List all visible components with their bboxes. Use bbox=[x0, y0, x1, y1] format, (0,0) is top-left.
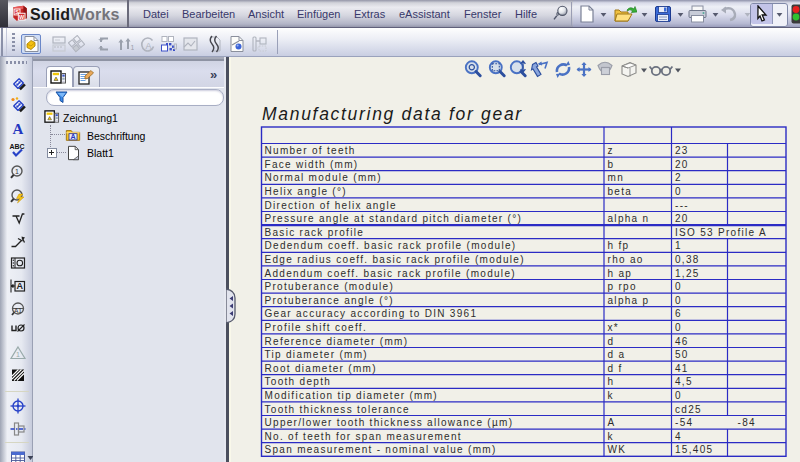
svg-text:Protuberance (module): Protuberance (module) bbox=[265, 281, 395, 292]
svg-text:2: 2 bbox=[675, 172, 682, 183]
svg-text:Manufacturing data for gear: Manufacturing data for gear bbox=[262, 104, 523, 124]
svg-text:20: 20 bbox=[675, 159, 689, 170]
svg-text:Protuberance angle (°): Protuberance angle (°) bbox=[265, 295, 394, 306]
svg-text:rho ao: rho ao bbox=[608, 254, 644, 265]
svg-text:1: 1 bbox=[16, 351, 20, 358]
svg-text:Tip diameter (mm): Tip diameter (mm) bbox=[265, 349, 368, 360]
svg-text:b: b bbox=[608, 159, 615, 170]
svg-text:20: 20 bbox=[675, 213, 689, 224]
svg-text:Span measurement - nominal val: Span measurement - nominal value (mm) bbox=[265, 444, 497, 455]
svg-text:23: 23 bbox=[675, 145, 689, 156]
svg-text:W: W bbox=[19, 14, 25, 20]
svg-text:Number of teeth: Number of teeth bbox=[265, 145, 356, 156]
svg-text:d: d bbox=[608, 336, 615, 347]
svg-text:cd25: cd25 bbox=[675, 404, 702, 415]
svg-text:A: A bbox=[145, 41, 151, 51]
svg-text:alpha n: alpha n bbox=[608, 213, 650, 224]
svg-text:Tooth thickness tolerance: Tooth thickness tolerance bbox=[265, 404, 410, 415]
svg-text:Basic rack profile: Basic rack profile bbox=[265, 227, 365, 238]
svg-text:beta: beta bbox=[608, 186, 633, 197]
svg-text:41: 41 bbox=[675, 363, 689, 374]
svg-text:ISO 53 Profile A: ISO 53 Profile A bbox=[675, 227, 767, 238]
svg-text:Helix angle (°): Helix angle (°) bbox=[265, 186, 347, 197]
svg-text:A: A bbox=[608, 417, 616, 428]
svg-text:4: 4 bbox=[675, 431, 682, 442]
svg-text:Tooth depth: Tooth depth bbox=[265, 376, 332, 387]
svg-text:Edge radius coeff. basic rack: Edge radius coeff. basic rack profile (m… bbox=[265, 254, 525, 265]
svg-text:h ap: h ap bbox=[608, 268, 633, 279]
svg-text:mn: mn bbox=[608, 172, 625, 183]
svg-text:Addendum coeff. basic rack pro: Addendum coeff. basic rack profile (modu… bbox=[265, 268, 516, 279]
svg-text:A: A bbox=[17, 281, 24, 291]
svg-text:Profile shift coeff.: Profile shift coeff. bbox=[265, 322, 368, 333]
svg-text:-54: -54 bbox=[675, 417, 693, 428]
svg-text:0: 0 bbox=[675, 295, 682, 306]
svg-text:1,25: 1,25 bbox=[675, 268, 700, 279]
svg-text:0: 0 bbox=[675, 186, 682, 197]
svg-text:---: --- bbox=[675, 200, 689, 211]
svg-text:1: 1 bbox=[675, 240, 682, 251]
svg-text:Face width (mm): Face width (mm) bbox=[265, 159, 359, 170]
svg-text:p rpo: p rpo bbox=[608, 281, 637, 292]
svg-text:alpha p: alpha p bbox=[608, 295, 650, 306]
svg-text:d f: d f bbox=[608, 363, 623, 374]
svg-text:6: 6 bbox=[675, 308, 682, 319]
svg-text:0: 0 bbox=[675, 322, 682, 333]
svg-text:0: 0 bbox=[675, 390, 682, 401]
svg-text:k: k bbox=[608, 390, 614, 401]
svg-text:A1: A1 bbox=[14, 307, 22, 314]
svg-text:k: k bbox=[608, 431, 614, 442]
svg-text:Pressure angle at standard pit: Pressure angle at standard pitch diamete… bbox=[265, 213, 523, 224]
svg-text:WK: WK bbox=[608, 444, 627, 455]
svg-text:Modification tip diameter (mm): Modification tip diameter (mm) bbox=[265, 390, 438, 401]
svg-text:50: 50 bbox=[675, 349, 689, 360]
svg-text:Upper/lower tooth thickness al: Upper/lower tooth thickness allowance (µ… bbox=[265, 417, 514, 428]
svg-text:x*: x* bbox=[608, 322, 620, 333]
svg-text:A: A bbox=[70, 133, 75, 141]
svg-text:z: z bbox=[608, 145, 614, 156]
svg-text:Direction of helix angle: Direction of helix angle bbox=[265, 200, 397, 211]
svg-text:ABC: ABC bbox=[9, 143, 24, 150]
svg-text:Reference diameter (mm): Reference diameter (mm) bbox=[265, 336, 409, 347]
svg-text:d a: d a bbox=[608, 349, 626, 360]
svg-text:A: A bbox=[13, 121, 24, 137]
svg-text:0,38: 0,38 bbox=[675, 254, 700, 265]
svg-text:Gear accuracy according to DIN: Gear accuracy according to DIN 3961 bbox=[265, 308, 478, 319]
svg-text:Normal module (mm): Normal module (mm) bbox=[265, 172, 382, 183]
svg-text:46: 46 bbox=[675, 336, 689, 347]
svg-text:No. of teeth for span measurem: No. of teeth for span measurement bbox=[265, 431, 462, 442]
svg-text:Dedendum coeff. basic rack pro: Dedendum coeff. basic rack profile (modu… bbox=[265, 240, 517, 251]
svg-text:-84: -84 bbox=[738, 417, 756, 428]
svg-text:0: 0 bbox=[675, 281, 682, 292]
svg-text:h fp: h fp bbox=[608, 240, 630, 251]
svg-text:1: 1 bbox=[15, 168, 19, 175]
svg-text:1: 1 bbox=[131, 44, 135, 51]
svg-text:Root diameter (mm): Root diameter (mm) bbox=[265, 363, 377, 374]
svg-text:4,5: 4,5 bbox=[675, 376, 693, 387]
svg-text:15,405: 15,405 bbox=[675, 444, 713, 455]
svg-text:h: h bbox=[608, 376, 615, 387]
